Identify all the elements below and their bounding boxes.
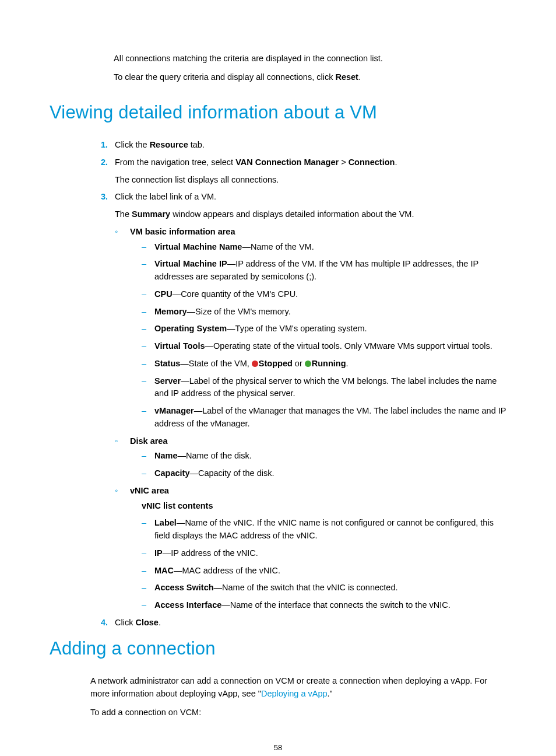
field-desc: —IP address of the vNIC. bbox=[163, 548, 258, 558]
field-list: –Label—Name of the vNIC. If the vNIC nam… bbox=[142, 517, 506, 612]
field-vnic-ip: –IP—IP address of the vNIC. bbox=[142, 547, 506, 560]
step-number: 3. bbox=[90, 191, 108, 204]
step-body: Click the label link of a VM. The Summar… bbox=[115, 191, 506, 612]
nav-connection: Connection bbox=[349, 158, 395, 167]
text: . bbox=[358, 72, 361, 82]
status-running-label: Running bbox=[312, 359, 346, 368]
group-title: VM basic information area bbox=[130, 227, 235, 236]
dash-icon: – bbox=[142, 340, 146, 353]
field-label: Memory bbox=[154, 307, 187, 316]
heading-viewing-vm: Viewing detailed information about a VM bbox=[50, 99, 506, 127]
field-label: Virtual Tools bbox=[154, 341, 205, 351]
intro-line-1: All connections matching the criteria ar… bbox=[114, 52, 506, 65]
dash-icon: – bbox=[142, 375, 146, 388]
deploying-vapp-link[interactable]: Deploying a vApp bbox=[261, 689, 328, 698]
status-stopped-label: Stopped bbox=[259, 359, 293, 368]
field-label: Access Switch bbox=[154, 583, 214, 592]
step-3: 3. Click the label link of a VM. The Sum… bbox=[90, 191, 506, 612]
step-number: 4. bbox=[90, 617, 108, 629]
group-vm-basic: ◦ VM basic information area –Virtual Mac… bbox=[115, 226, 506, 430]
heading-adding-connection: Adding a connection bbox=[50, 635, 506, 663]
dash-icon: – bbox=[142, 599, 146, 612]
field-desc: —MAC address of the vNIC. bbox=[174, 566, 280, 575]
step-text: Click the label link of a VM. bbox=[115, 191, 506, 204]
field-list: –Virtual Machine Name—Name of the VM. –V… bbox=[142, 241, 506, 430]
step-number: 2. bbox=[90, 156, 108, 169]
dash-icon: – bbox=[142, 405, 146, 418]
field-label: Server bbox=[154, 376, 181, 386]
dash-icon: – bbox=[142, 582, 146, 594]
circle-bullet-icon: ◦ bbox=[115, 435, 118, 448]
field-access-switch: –Access Switch—Name of the switch that t… bbox=[142, 582, 506, 594]
dash-icon: – bbox=[142, 288, 146, 301]
group-title: Disk area bbox=[130, 436, 168, 446]
field-label: Access Interface bbox=[154, 600, 221, 610]
field-disk-name: –Name—Name of the disk. bbox=[142, 450, 506, 463]
document-page: All connections matching the criteria ar… bbox=[0, 0, 556, 756]
field-label: CPU bbox=[154, 289, 173, 299]
intro-line-2: To clear the query criteria and display … bbox=[114, 71, 506, 84]
group-vnic: ◦ vNIC area vNIC list contents –Label—Na… bbox=[115, 485, 506, 612]
field-label: vManager bbox=[154, 406, 194, 415]
text: —State of the VM, bbox=[180, 359, 252, 368]
field-label: Status bbox=[154, 359, 180, 368]
field-desc: —Label of the physical server to which t… bbox=[154, 376, 497, 398]
close-label: Close bbox=[135, 618, 159, 627]
text: . bbox=[159, 618, 161, 627]
field-desc: —Name of the VM. bbox=[242, 242, 314, 251]
step-extra: The connection list displays all connect… bbox=[115, 174, 506, 187]
step-number: 1. bbox=[90, 139, 108, 152]
group-disk: ◦ Disk area –Name—Name of the disk. –Cap… bbox=[115, 435, 506, 480]
field-disk-capacity: –Capacity—Capacity of the disk. bbox=[142, 467, 506, 480]
field-label: MAC bbox=[154, 566, 174, 575]
text: > bbox=[339, 158, 349, 167]
text: From the navigation tree, select bbox=[115, 158, 235, 167]
section2-body: A network administrator can add a connec… bbox=[90, 675, 506, 719]
group-title: vNIC area bbox=[130, 486, 169, 495]
field-label: Label bbox=[154, 518, 177, 527]
field-vnic-label: –Label—Name of the vNIC. If the vNIC nam… bbox=[142, 517, 506, 542]
field-access-interface: –Access Interface—Name of the interface … bbox=[142, 599, 506, 612]
circle-bullet-icon: ◦ bbox=[115, 226, 118, 239]
nav-van-connection-manager: VAN Connection Manager bbox=[235, 158, 339, 167]
intro-block: All connections matching the criteria ar… bbox=[114, 52, 506, 84]
step-body: Click Close. bbox=[115, 617, 506, 629]
dash-icon: – bbox=[142, 517, 146, 530]
field-vm-name: –Virtual Machine Name—Name of the VM. bbox=[142, 241, 506, 254]
field-desc: —Name of the vNIC. If the vNIC name is n… bbox=[154, 518, 494, 540]
field-list: –Name—Name of the disk. –Capacity—Capaci… bbox=[142, 450, 506, 480]
field-label: IP bbox=[154, 548, 163, 558]
field-vnic-mac: –MAC—MAC address of the vNIC. bbox=[142, 565, 506, 578]
step-body: From the navigation tree, select VAN Con… bbox=[115, 156, 506, 187]
field-virtual-tools: –Virtual Tools—Operating state of the vi… bbox=[142, 340, 506, 353]
section2-p1: A network administrator can add a connec… bbox=[90, 675, 506, 701]
dash-icon: – bbox=[142, 467, 146, 480]
field-label: Operating System bbox=[154, 324, 227, 333]
reset-label: Reset bbox=[335, 72, 358, 82]
field-desc: —Size of the VM's memory. bbox=[187, 307, 291, 316]
text: . bbox=[346, 359, 349, 368]
field-vmanager: –vManager—Label of the vManager that man… bbox=[142, 405, 506, 430]
field-desc: —Name of the switch that the vNIC is con… bbox=[214, 583, 398, 592]
field-cpu: –CPU—Core quantity of the VM's CPU. bbox=[142, 288, 506, 301]
text: or bbox=[293, 359, 305, 368]
field-label: Capacity bbox=[154, 468, 189, 478]
field-label: Virtual Machine IP bbox=[154, 259, 227, 268]
text: ." bbox=[328, 689, 333, 698]
dash-icon: – bbox=[142, 565, 146, 578]
page-number: 58 bbox=[50, 742, 506, 754]
dash-icon: – bbox=[142, 450, 146, 463]
field-desc: —Label of the vManager that manages the … bbox=[154, 406, 506, 428]
step-4: 4. Click Close. bbox=[90, 617, 506, 629]
field-desc: —Operating state of the virtual tools. O… bbox=[205, 341, 492, 351]
text: The bbox=[115, 209, 132, 219]
step-1: 1. Click the Resource tab. bbox=[90, 139, 506, 152]
status-running-icon bbox=[305, 360, 311, 367]
field-vm-ip: –Virtual Machine IP—IP address of the VM… bbox=[142, 258, 506, 284]
resource-tab-label: Resource bbox=[150, 140, 188, 149]
vnic-subheading: vNIC list contents bbox=[142, 500, 506, 513]
field-server: –Server—Label of the physical server to … bbox=[142, 375, 506, 401]
step-body: Click the Resource tab. bbox=[115, 139, 506, 152]
section2-p2: To add a connection on VCM: bbox=[90, 706, 506, 719]
dash-icon: – bbox=[142, 358, 146, 370]
